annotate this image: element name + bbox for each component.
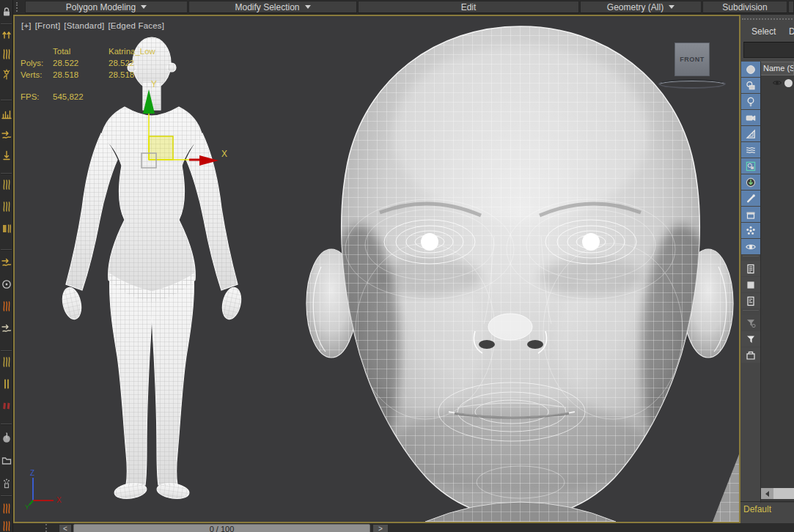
guides-up-icon[interactable] — [1, 28, 12, 40]
filter-icon[interactable] — [741, 331, 760, 347]
front-viewport[interactable]: Y X Z X Y [+][Front][Standard][Edged Fac… — [13, 15, 740, 523]
display-geometry-icon[interactable] — [741, 62, 760, 77]
hair-strands-icon[interactable] — [1, 48, 12, 60]
display-xrefs-icon[interactable] — [741, 174, 760, 190]
menu-tab-label: Modify Selection — [235, 2, 299, 12]
lock-icon[interactable] — [1, 6, 12, 18]
panel-drag-handle[interactable] — [742, 18, 793, 20]
menu-tab-polygon-modeling[interactable]: Polygon Modeling — [25, 1, 188, 13]
scroll-left-button[interactable] — [761, 488, 773, 499]
display-containers-icon[interactable] — [741, 207, 760, 222]
search-input[interactable] — [743, 42, 794, 58]
list-view-icon[interactable] — [741, 261, 760, 276]
gizmo-x-label: X — [221, 149, 227, 159]
gizmo-xy-plane-handle[interactable] — [149, 136, 173, 160]
viewport-label-spacer[interactable]: [+] — [21, 21, 32, 30]
target-circle-icon[interactable] — [1, 278, 12, 290]
next-frame-button[interactable]: > — [372, 524, 389, 532]
stats-verts-object: 28.518 — [109, 69, 155, 81]
toolbar-separator — [1, 173, 12, 174]
wave-comb-icon[interactable] — [1, 256, 12, 268]
menu-tab-modify-selection[interactable]: Modify Selection — [188, 1, 357, 13]
viewport-canvas[interactable]: Y X Z X Y — [15, 16, 739, 522]
detail-view-icon[interactable] — [741, 293, 760, 309]
display-hidden-icon[interactable] — [741, 239, 760, 254]
axis-y-label: Y — [25, 503, 29, 511]
grass-tall-icon[interactable] — [1, 201, 12, 213]
display-spacewarps-icon[interactable] — [741, 142, 760, 158]
geometry-type-icon — [784, 79, 793, 87]
display-groups-icon[interactable] — [741, 158, 760, 174]
menu-tab-label: Polygon Modeling — [66, 2, 136, 12]
viewport-label-edged-faces[interactable]: [Edged Faces] — [108, 21, 164, 30]
time-slider[interactable]: 0 / 100 — [73, 524, 370, 532]
twin-lines-icon[interactable] — [1, 378, 12, 390]
viewport-label-standard[interactable]: [Standard] — [64, 21, 104, 30]
main-toolbar: Polygon ModelingModify SelectionEditGeom… — [13, 0, 794, 15]
push-strands-icon[interactable] — [1, 322, 12, 334]
orange-strands-icon[interactable] — [1, 503, 12, 514]
toolbar-separator — [1, 249, 12, 250]
viewcube-compass-ring[interactable] — [658, 79, 726, 89]
strands-icon[interactable] — [1, 356, 12, 368]
hair-bloom-icon[interactable] — [1, 69, 12, 81]
container-box-icon[interactable] — [741, 347, 760, 363]
dropdown-arrow-icon — [305, 5, 311, 9]
menu-tab-subdivision[interactable]: Subdivision — [702, 1, 787, 13]
hair-stats-icon[interactable] — [1, 108, 12, 120]
display-cameras-icon[interactable] — [741, 110, 760, 125]
stats-total-header: Total — [53, 45, 109, 57]
timeline-drag-handle[interactable] — [45, 524, 47, 532]
surface-comb-icon[interactable] — [1, 223, 12, 234]
scene-object-list: Name (So — [760, 62, 794, 503]
viewcube[interactable]: FRONT — [674, 43, 710, 76]
sphere-hair-icon[interactable] — [1, 432, 12, 444]
toolbar-drag-handle[interactable] — [16, 2, 23, 12]
display-lights-icon[interactable] — [741, 94, 760, 109]
toolbar-separator — [1, 23, 12, 24]
visibility-eye-icon[interactable] — [772, 78, 782, 88]
red-brush-icon[interactable] — [1, 400, 12, 412]
toolbar-separator — [1, 350, 12, 351]
scrollbar-track[interactable] — [773, 488, 794, 499]
display-bones-icon[interactable] — [741, 191, 760, 206]
menu-tab-label: Edit — [461, 2, 477, 12]
dropdown-arrow-icon — [669, 5, 674, 9]
select-menu[interactable]: Select — [751, 26, 776, 37]
filter-settings-icon[interactable] — [741, 315, 760, 330]
world-axis-tripod: Z X Y — [25, 469, 62, 511]
horizontal-scrollbar — [761, 488, 794, 499]
display-shapes-icon[interactable] — [741, 78, 760, 93]
default-selection-set-label[interactable]: Default — [743, 504, 771, 514]
comb-right-icon[interactable] — [1, 129, 12, 141]
frame-counter: 0 / 100 — [210, 525, 235, 532]
previous-frame-button[interactable]: < — [59, 524, 72, 532]
gravity-down-icon[interactable] — [1, 149, 12, 161]
menu-tab-edit[interactable]: Edit — [358, 1, 579, 13]
spray-icon[interactable] — [1, 478, 12, 489]
stats-object-header: Katrina_Low — [109, 45, 155, 57]
scene-object-row[interactable] — [761, 75, 794, 90]
menu-tab-spacer[interactable] — [788, 1, 794, 13]
stats-polys-total: 28.522 — [53, 57, 109, 69]
head-mesh-object[interactable] — [306, 16, 739, 522]
name-column-header[interactable]: Name (So — [761, 62, 794, 75]
filter-separator — [743, 256, 759, 259]
fps-label: FPS: — [21, 92, 53, 101]
menu-tab-geometry-all[interactable]: Geometry (All) — [580, 1, 702, 13]
display-helpers-icon[interactable] — [741, 126, 760, 141]
viewcube-front-face[interactable]: FRONT — [680, 56, 705, 63]
orange-guides-icon[interactable] — [1, 300, 12, 312]
folder-icon[interactable] — [1, 454, 12, 466]
display-menu[interactable]: D — [789, 26, 794, 37]
stats-polys-object: 28.522 — [109, 57, 155, 69]
display-particles-icon[interactable] — [741, 223, 760, 238]
stats-verts-total: 28.518 — [53, 69, 109, 81]
axis-z-label: Z — [30, 469, 34, 477]
grass-short-icon[interactable] — [1, 179, 12, 191]
blank-swatch-icon[interactable] — [741, 277, 760, 292]
viewport-label-front[interactable]: [Front] — [35, 21, 61, 30]
orange-strands2-icon[interactable] — [1, 520, 12, 532]
toolbar-separator — [1, 100, 12, 100]
viewport-label: [+][Front][Standard][Edged Faces] — [21, 21, 168, 30]
